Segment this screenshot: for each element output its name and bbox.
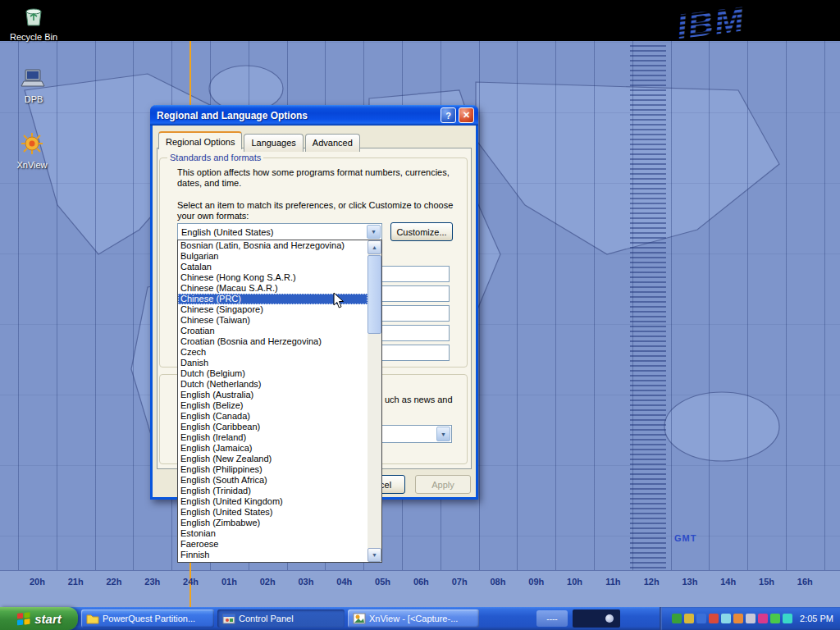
tray-icon-6[interactable] <box>733 614 743 623</box>
xnview-icon <box>20 131 44 156</box>
wallpaper-top-band: IBM <box>0 0 840 41</box>
tray-icon-1[interactable] <box>672 614 682 623</box>
scroll-down-button[interactable]: ▼ <box>368 548 381 562</box>
desktop-icon-dpb[interactable]: DPB <box>7 67 61 104</box>
start-label: start <box>34 612 62 626</box>
control-panel-icon <box>222 613 235 624</box>
hour-label: 01h <box>210 577 249 587</box>
language-option[interactable]: Estonian <box>178 528 368 539</box>
tray-icon-3[interactable] <box>696 614 706 623</box>
language-option[interactable]: Chinese (Hong Kong S.A.R.) <box>178 272 368 283</box>
language-option[interactable]: Dutch (Netherlands) <box>178 379 368 390</box>
taskbar-button-powerquest[interactable]: PowerQuest Partition... <box>81 609 214 628</box>
list-scrollbar[interactable]: ▲ ▼ <box>368 240 381 562</box>
language-option[interactable]: Croatian <box>178 326 368 336</box>
taskbar-button-control-panel[interactable]: Control Panel <box>217 609 345 628</box>
hour-label: 04h <box>325 577 363 587</box>
gmt-label: GMT <box>674 533 696 543</box>
hour-label: 06h <box>402 577 441 587</box>
desktop-icon-recycle-bin[interactable]: Recycle Bin <box>7 3 61 42</box>
question-icon: ? <box>445 111 451 121</box>
tray-icon-2[interactable] <box>684 614 694 623</box>
language-option[interactable]: English (Ireland) <box>178 432 368 443</box>
combo-dropdown-button[interactable]: ▼ <box>367 225 381 239</box>
language-option[interactable]: Faeroese <box>178 539 368 550</box>
hour-label: 02h <box>249 577 287 587</box>
window-title: Regional and Language Options <box>154 110 438 121</box>
combo-dropdown-button[interactable]: ▼ <box>436 427 450 441</box>
language-option[interactable]: English (United States) <box>178 507 368 518</box>
window-titlebar[interactable]: Regional and Language Options ? ✕ <box>150 105 478 126</box>
language-option[interactable]: English (Trinidad) <box>178 486 368 496</box>
scroll-up-button[interactable]: ▲ <box>368 240 381 254</box>
tab-strip: Regional Options Languages Advanced <box>158 131 362 149</box>
taskbar-clock[interactable]: 2:05 PM <box>800 614 833 623</box>
taskbar: start PowerQuest Partition... Control Pa… <box>0 607 840 630</box>
language-option[interactable]: English (Caribbean) <box>178 422 368 432</box>
taskbar-dark-segment[interactable] <box>573 609 620 628</box>
language-option[interactable]: English (Philippines) <box>178 464 368 475</box>
moon-icon <box>605 614 614 623</box>
hour-label: 08h <box>479 577 518 587</box>
tray-icon-7[interactable] <box>746 614 756 623</box>
format-select[interactable]: English (United States) ▼ <box>177 223 382 240</box>
taskbar-button-label: XnView - [<Capture-... <box>369 614 458 623</box>
tray-icon-8[interactable] <box>758 614 768 623</box>
language-option[interactable]: English (Australia) <box>178 390 368 400</box>
language-option[interactable]: Danish <box>178 358 368 368</box>
language-option[interactable]: Finnish <box>178 550 368 560</box>
tray-icon-9[interactable] <box>770 614 780 623</box>
hour-label: 16h <box>786 577 824 587</box>
language-option[interactable]: Catalan <box>178 262 368 272</box>
language-option[interactable]: Bulgarian <box>178 251 368 262</box>
help-button[interactable]: ? <box>441 107 456 123</box>
language-option[interactable]: English (United Kingdom) <box>178 496 368 507</box>
language-option[interactable]: Chinese (Taiwan) <box>178 315 368 326</box>
mouse-cursor <box>333 292 345 309</box>
language-option[interactable]: English (Zimbabwe) <box>178 518 368 528</box>
hour-label: 21h <box>57 577 95 587</box>
tray-icon-10[interactable] <box>783 614 792 623</box>
language-option[interactable]: English (Belize) <box>178 400 368 411</box>
close-button[interactable]: ✕ <box>459 107 474 123</box>
hour-label: 03h <box>287 577 326 587</box>
desktop-icon-xnview[interactable]: XnView <box>5 131 59 170</box>
tab-regional-options[interactable]: Regional Options <box>158 131 242 149</box>
icon-label: DPB <box>7 94 61 104</box>
chevron-down-icon: ▼ <box>441 431 446 437</box>
close-icon: ✕ <box>463 110 470 121</box>
system-tray: 2:05 PM <box>660 607 840 630</box>
taskbar-button-label: PowerQuest Partition... <box>103 614 195 623</box>
hour-label: 13h <box>671 577 710 587</box>
language-option[interactable]: English (South Africa) <box>178 475 368 486</box>
taskbar-button-xnview[interactable]: XnView - [<Capture-... <box>348 609 479 628</box>
taskbar-misc-button[interactable]: ---- <box>536 610 568 627</box>
language-option[interactable]: English (Jamaica) <box>178 443 368 454</box>
apply-button[interactable]: Apply <box>415 475 471 494</box>
tray-icon-4[interactable] <box>709 614 719 623</box>
tab-advanced[interactable]: Advanced <box>305 134 360 152</box>
language-options: Bosnian (Latin, Bosnia and Herzegovina) … <box>178 240 368 562</box>
hour-label: 24h <box>171 577 210 587</box>
tab-languages[interactable]: Languages <box>244 134 303 152</box>
hour-label: 07h <box>441 577 479 587</box>
hour-label: 05h <box>363 577 402 587</box>
language-option[interactable]: Croatian (Bosnia and Herzegovina) <box>178 336 368 347</box>
language-option[interactable]: English (Canada) <box>178 411 368 422</box>
hour-scale-band <box>0 570 840 607</box>
start-button[interactable]: start <box>0 607 78 630</box>
chevron-up-icon: ▲ <box>372 244 377 250</box>
language-option[interactable]: Czech <box>178 347 368 358</box>
language-option[interactable]: English (New Zealand) <box>178 454 368 464</box>
tray-icon-5[interactable] <box>721 614 731 623</box>
hour-scale: 20h 21h 22h 23h 24h 01h 02h 03h 04h 05h … <box>18 577 824 587</box>
customize-button[interactable]: Customize... <box>390 222 453 241</box>
scrollbar-thumb[interactable] <box>368 255 381 334</box>
chevron-down-icon: ▼ <box>372 552 377 558</box>
language-option[interactable]: Dutch (Belgium) <box>178 368 368 379</box>
standards-instruction: Select an item to match its preferences,… <box>177 200 454 221</box>
group-title: Standards and formats <box>167 153 263 162</box>
language-option[interactable]: Bosnian (Latin, Bosnia and Herzegovina) <box>178 240 368 251</box>
hour-label: 12h <box>632 577 671 587</box>
windows-flag-icon <box>16 611 31 626</box>
